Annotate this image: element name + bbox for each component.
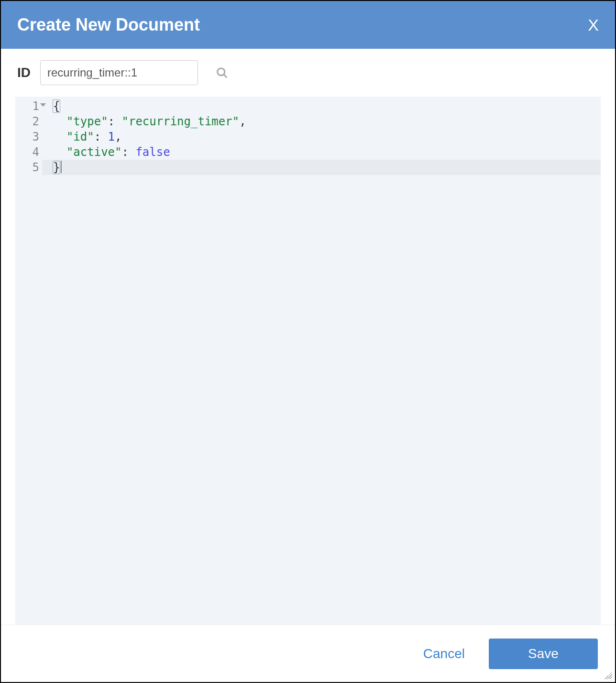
id-row: ID [1,49,615,97]
save-button[interactable]: Save [489,639,598,669]
cancel-button[interactable]: Cancel [423,646,465,661]
code-line[interactable]: "type": "recurring_timer", [53,114,601,129]
id-label: ID [17,65,31,80]
code-line[interactable]: "active": false [53,144,601,160]
line-number: 5 [15,160,39,175]
line-number: 4 [15,144,39,160]
line-number: 3 [15,129,39,144]
editor-cursor [61,161,62,173]
search-icon[interactable] [215,66,229,79]
close-icon[interactable]: X [588,16,599,34]
json-editor[interactable]: 12345 { "type": "recurring_timer", "id":… [15,97,601,625]
document-id-input[interactable] [40,60,198,85]
modal-footer: Cancel Save [1,625,615,682]
svg-line-1 [224,75,227,77]
modal-title: Create New Document [17,15,200,35]
modal-header: Create New Document X [1,1,615,49]
editor-code-area[interactable]: { "type": "recurring_timer", "id": 1, "a… [42,97,601,625]
code-line[interactable]: "id": 1, [53,129,601,144]
line-number: 1 [15,99,39,114]
code-line[interactable]: { [53,99,601,114]
create-document-modal: Create New Document X ID 12345 { "type":… [0,0,616,683]
editor-gutter: 12345 [15,97,42,625]
line-number: 2 [15,114,39,129]
code-line[interactable]: } [42,160,601,175]
